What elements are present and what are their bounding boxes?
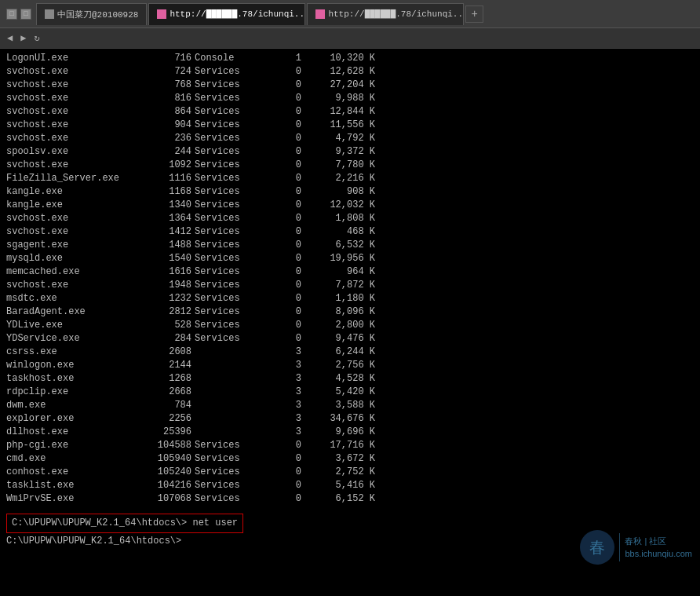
watermark-line2: bbs.ichunqiu.com: [625, 547, 692, 560]
process-session: Services: [195, 185, 281, 199]
process-mem: 468 K: [304, 225, 375, 239]
process-pid: 107068: [140, 492, 195, 506]
watermark-text: 春秋 | 社区 bbs.ichunqiu.com: [625, 535, 692, 560]
process-num: 0: [281, 332, 304, 346]
process-pid: 1364: [140, 212, 195, 225]
process-pid: 1488: [140, 239, 195, 252]
process-num: 0: [281, 212, 304, 225]
table-row: svchost.exe768Services027,204 K: [6, 79, 694, 92]
process-name: YDLive.exe: [6, 319, 140, 332]
window-icon2[interactable]: □: [20, 9, 31, 20]
process-mem: 2,756 K: [304, 359, 375, 372]
process-mem: 908 K: [304, 185, 375, 199]
table-row: kangle.exe1168Services0908 K: [6, 185, 694, 199]
browser-tab[interactable]: http://██████.78/ichunqi...: [307, 3, 464, 25]
process-num: 0: [281, 172, 304, 185]
process-session: Services: [195, 332, 281, 346]
process-pid: 716: [140, 52, 195, 65]
process-name: FileZilla_Server.exe: [6, 172, 140, 185]
table-row: winlogon.exe214432,756 K: [6, 359, 694, 372]
process-name: rdpclip.exe: [6, 386, 140, 399]
watermark-divider: [619, 533, 620, 561]
process-pid: 104588: [140, 439, 195, 452]
process-session: Services: [195, 92, 281, 105]
process-mem: 11,556 K: [304, 119, 375, 132]
process-session: Services: [195, 145, 281, 159]
table-row: memcached.exe1616Services0964 K: [6, 265, 694, 279]
process-num: 3: [281, 386, 304, 399]
watermark-logo: 春: [580, 530, 614, 565]
table-row: mysqld.exe1540Services019,956 K: [6, 252, 694, 265]
process-name: svchost.exe: [6, 279, 140, 292]
process-name: memcached.exe: [6, 265, 140, 279]
window-controls: □ □: [6, 9, 31, 20]
process-name: kangle.exe: [6, 185, 140, 199]
table-row: dllhost.exe2539639,696 K: [6, 426, 694, 439]
process-mem: 7,872 K: [304, 279, 375, 292]
process-num: 3: [281, 412, 304, 426]
process-mem: 3,588 K: [304, 399, 375, 412]
table-row: LogonUI.exe716Console110,320 K: [6, 52, 694, 65]
process-mem: 17,716 K: [304, 439, 375, 452]
process-session: [195, 359, 281, 372]
forward-button[interactable]: ▶: [18, 32, 28, 44]
watermark-line1: 春秋 | 社区: [625, 535, 692, 547]
process-mem: 964 K: [304, 265, 375, 279]
process-name: msdtc.exe: [6, 292, 140, 305]
window-icon[interactable]: □: [6, 9, 17, 20]
process-num: 0: [281, 452, 304, 466]
process-pid: 816: [140, 92, 195, 105]
process-name: svchost.exe: [6, 159, 140, 172]
process-session: [195, 372, 281, 386]
process-name: svchost.exe: [6, 225, 140, 239]
process-num: 0: [281, 159, 304, 172]
table-row: svchost.exe236Services04,792 K: [6, 132, 694, 145]
process-pid: 1948: [140, 279, 195, 292]
table-row: explorer.exe2256334,676 K: [6, 412, 694, 426]
process-session: Services: [195, 132, 281, 145]
table-row: conhost.exe105240Services02,752 K: [6, 466, 694, 479]
process-session: Services: [195, 319, 281, 332]
tab-icon: [315, 9, 325, 19]
browser-tab[interactable]: 中国菜刀@20100928: [36, 3, 147, 25]
tab-icon: [157, 9, 166, 19]
table-row: csrss.exe260836,244 K: [6, 346, 694, 359]
process-mem: 7,780 K: [304, 159, 375, 172]
new-tab-button[interactable]: +: [465, 5, 483, 23]
process-name: taskhost.exe: [6, 372, 140, 386]
process-name: php-cgi.exe: [6, 439, 140, 452]
process-pid: 2812: [140, 305, 195, 319]
process-num: 0: [281, 319, 304, 332]
process-pid: 1168: [140, 185, 195, 199]
process-mem: 1,808 K: [304, 212, 375, 225]
process-mem: 2,752 K: [304, 466, 375, 479]
process-name: svchost.exe: [6, 119, 140, 132]
process-name: LogonUI.exe: [6, 52, 140, 65]
table-row: sgagent.exe1488Services06,532 K: [6, 239, 694, 252]
table-row: YDService.exe284Services09,476 K: [6, 332, 694, 346]
refresh-button[interactable]: ↻: [31, 32, 42, 44]
process-num: 0: [281, 265, 304, 279]
process-name: explorer.exe: [6, 412, 140, 426]
process-mem: 6,244 K: [304, 346, 375, 359]
process-session: Services: [195, 439, 281, 452]
process-name: dllhost.exe: [6, 426, 140, 439]
browser-tab[interactable]: http://██████.78/ichunqi...: [148, 3, 305, 25]
browser-chrome: □ □ 中国菜刀@20100928http://██████.78/ichunq…: [0, 0, 700, 28]
process-pid: 1092: [140, 159, 195, 172]
table-row: svchost.exe1364Services01,808 K: [6, 212, 694, 225]
process-mem: 12,628 K: [304, 65, 375, 79]
process-pid: 2668: [140, 386, 195, 399]
process-session: Services: [195, 159, 281, 172]
process-pid: 284: [140, 332, 195, 346]
process-num: 0: [281, 92, 304, 105]
process-num: 0: [281, 252, 304, 265]
process-num: 0: [281, 185, 304, 199]
back-button[interactable]: ◀: [5, 32, 15, 44]
process-mem: 1,180 K: [304, 292, 375, 305]
table-row: spoolsv.exe244Services09,372 K: [6, 145, 694, 159]
process-session: [195, 346, 281, 359]
process-pid: 1116: [140, 172, 195, 185]
process-num: 0: [281, 479, 304, 492]
process-pid: 2608: [140, 346, 195, 359]
